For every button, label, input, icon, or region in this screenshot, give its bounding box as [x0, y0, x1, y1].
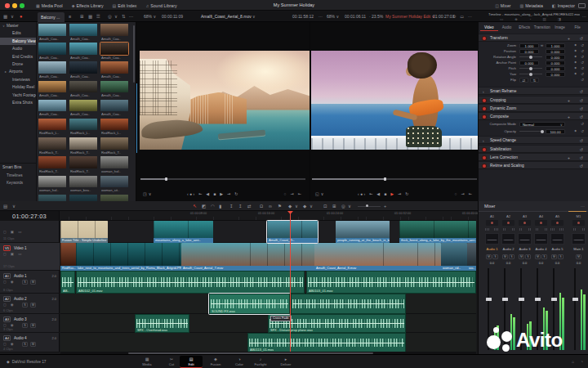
- inspector-section-header[interactable]: › Smart Reframe + ↺: [479, 87, 588, 95]
- mute-button[interactable]: M: [30, 323, 36, 328]
- x-value-input[interactable]: 0.000: [519, 61, 539, 65]
- strip-view-icon[interactable]: ▦: [88, 11, 92, 22]
- zoom-plus-icon[interactable]: +: [384, 201, 386, 211]
- eq-curve-display[interactable]: [550, 233, 564, 245]
- zoom-fit-icon[interactable]: ⊡: [323, 201, 327, 211]
- page-tab[interactable]: ◑ Color: [228, 356, 251, 368]
- timeline-video-clip[interactable]: mountains_along_a_lake_aeri..: [154, 221, 213, 243]
- bin-item[interactable]: ∨Master: [0, 22, 36, 29]
- program-zoom-select[interactable]: 68% ∨: [327, 11, 339, 22]
- track-control-icons[interactable]: ◻ ▣ ▭: [3, 252, 23, 256]
- audio-track-header[interactable]: A3 Audio 3 2.0 ◻ ◉ S M 3 Clips: [0, 314, 60, 333]
- solo-button[interactable]: S: [22, 280, 28, 285]
- fader-handle[interactable]: [519, 298, 524, 301]
- in-point-icon[interactable]: ⇥: [461, 191, 465, 196]
- pan-control[interactable]: [518, 228, 532, 231]
- bin-item[interactable]: Edits: [0, 29, 36, 37]
- media-clip[interactable]: [38, 194, 69, 201]
- timeline-video-clip[interactable]: lake_next_to_mountains_and_trees_aerial_…: [76, 243, 181, 271]
- media-clip[interactable]: woman_sit..: [100, 175, 131, 194]
- file-icon[interactable]: ◨: [558, 16, 561, 22]
- media-clip[interactable]: Amalfi_Coa..: [100, 23, 131, 42]
- slider-track[interactable]: [519, 131, 542, 132]
- media-clip[interactable]: RedRock_L..: [100, 118, 131, 137]
- timeline-video-clip[interactable]: wo..: [467, 243, 476, 271]
- timeline-video-clip[interactable]: people_running_at_the_beach_in_brig..: [336, 221, 390, 243]
- reset-icon[interactable]: ↺: [581, 71, 584, 77]
- in-point-icon[interactable]: ⇥: [291, 191, 294, 196]
- keyframe-icon[interactable]: ◆: [574, 128, 577, 134]
- timeline-audio-clip[interactable]: SOUND FX.wav: [209, 294, 290, 314]
- step-back-icon[interactable]: ◀: [376, 191, 380, 196]
- pan-control[interactable]: [485, 228, 499, 231]
- timeline-audio-clip[interactable]: SFX - Overhead.wav: [135, 314, 189, 333]
- media-clip[interactable]: Amalfi_Coa..: [38, 61, 69, 79]
- razor-edit-mode-icon[interactable]: ▮: [219, 201, 221, 211]
- insert-clip-icon[interactable]: ↧: [229, 201, 234, 211]
- timeline-video-clip[interactable]: RedRoc..: [60, 243, 76, 271]
- pan-control[interactable]: [572, 228, 586, 231]
- mute-button[interactable]: M: [30, 342, 36, 347]
- eq-mini-icon[interactable]: [551, 220, 564, 226]
- bin-item[interactable]: Extra Shots: [0, 99, 36, 106]
- media-clip[interactable]: Amalfi_Coa..: [100, 99, 131, 118]
- mute-button[interactable]: M: [486, 254, 492, 259]
- dynamic-trim-mode-icon[interactable]: ◠: [211, 201, 215, 211]
- track-control-icons[interactable]: ◻ ◉: [3, 280, 16, 284]
- pan-control[interactable]: [550, 228, 564, 231]
- reset-icon[interactable]: ↺: [580, 113, 583, 121]
- reset-icon[interactable]: ↺: [581, 54, 584, 60]
- section-enable-toggle[interactable]: [483, 156, 486, 159]
- step-forward-icon[interactable]: ⇥: [227, 191, 230, 196]
- opacity-input[interactable]: 100.00: [546, 129, 565, 134]
- bin-item[interactable]: ▸Airports: [0, 68, 36, 75]
- more-options-icon[interactable]: ⋯: [129, 11, 134, 22]
- page-tab[interactable]: ▦ Media: [136, 356, 158, 368]
- inspector-section-header[interactable]: › Composite + ↺: [479, 112, 588, 120]
- inspector-tab[interactable]: Video: [480, 24, 498, 31]
- marker-color-icon[interactable]: ◆: [303, 201, 306, 211]
- program-scrub-bar[interactable]: [312, 178, 477, 180]
- eq-curve-display[interactable]: [518, 233, 532, 245]
- media-clip[interactable]: [100, 194, 131, 201]
- solo-button[interactable]: S: [558, 254, 564, 259]
- mute-button[interactable]: M: [576, 254, 581, 259]
- media-clip[interactable]: Amalfi_Coa..: [100, 61, 131, 79]
- media-clip[interactable]: Amalfi_Coa..: [69, 42, 100, 61]
- value-input[interactable]: 0.000: [546, 72, 565, 77]
- menubar-button[interactable]: ◧Inspector: [552, 3, 575, 8]
- timeline-video-clip[interactable]: Amalfi_Coast_Tr..: [267, 221, 318, 243]
- media-clip[interactable]: Amalfi_Coa..: [38, 80, 69, 99]
- track-control-icons[interactable]: ◻ ▣ ▭: [3, 230, 23, 234]
- section-enable-toggle[interactable]: [483, 99, 486, 102]
- timeline-audio-clip[interactable]: [291, 294, 406, 314]
- loop-icon[interactable]: ↻: [405, 191, 408, 196]
- link-xy-icon[interactable]: ∞: [541, 43, 543, 48]
- track-badge[interactable]: A2: [3, 296, 11, 302]
- media-clip[interactable]: woman_hol..: [100, 155, 131, 174]
- eq-curve-display[interactable]: [501, 233, 515, 245]
- bin-item[interactable]: Audio: [0, 45, 36, 52]
- inspector-section-header[interactable]: › Lens Correction + ↺: [479, 153, 588, 161]
- section-enable-toggle[interactable]: [483, 107, 486, 110]
- composite-mode-select[interactable]: Normal∨: [519, 122, 565, 128]
- inspector-section-header[interactable]: › Transform + ↺: [479, 34, 588, 42]
- viewer-mode-icon[interactable]: ◱: [315, 191, 319, 196]
- inspector-section-header[interactable]: › Dynamic Zoom + ↺: [479, 104, 588, 112]
- page-tab[interactable]: ▸ Deliver: [274, 356, 297, 368]
- page-tab[interactable]: ▤ Edit: [180, 356, 203, 368]
- thumbnail-view-icon[interactable]: ⊞: [80, 11, 84, 22]
- source-zoom-select[interactable]: 68% ∨: [144, 11, 156, 22]
- trim-edit-mode-icon[interactable]: ◩: [202, 201, 206, 211]
- track-control-icons[interactable]: ◻ ◉: [3, 342, 16, 346]
- media-clip[interactable]: RedRock_T..: [100, 137, 131, 155]
- more-options-icon[interactable]: ⋯: [582, 11, 586, 22]
- inspector-tab[interactable]: File: [568, 24, 586, 31]
- solo-button[interactable]: S: [525, 254, 531, 259]
- stop-icon[interactable]: ■: [213, 191, 216, 196]
- keyframe-icon[interactable]: ◆: [574, 60, 577, 65]
- timeline-select[interactable]: My Summer Holiday Edit ∨: [385, 11, 434, 22]
- search-icon[interactable]: ◎: [108, 11, 112, 22]
- inspector-tab[interactable]: Audio: [498, 24, 516, 31]
- flip-horizontal-button[interactable]: ⇄: [519, 78, 528, 83]
